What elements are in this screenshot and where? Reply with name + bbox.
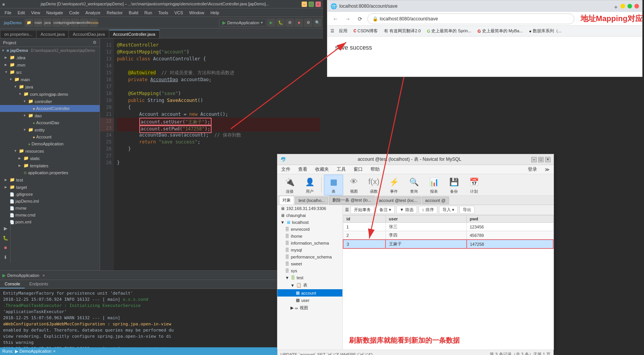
navicat-menu-view[interactable]: 查看 bbox=[294, 165, 311, 173]
col-id[interactable]: id bbox=[343, 215, 385, 223]
tree-japdemo-iml[interactable]: 📄 japDemo.iml bbox=[0, 198, 100, 205]
navicat-menu-tools[interactable]: 工具 bbox=[333, 165, 350, 173]
tree-src[interactable]: ▼ 📁 src bbox=[0, 68, 100, 76]
tree-target[interactable]: ▶ 📁 target bbox=[0, 183, 100, 191]
tool-function[interactable]: f(x) 函数 bbox=[365, 175, 383, 195]
tree-accountcontroller[interactable]: ● AccountController bbox=[0, 105, 100, 112]
run-config-name[interactable]: DemoApplication bbox=[7, 273, 39, 278]
navicat-maximize-btn[interactable]: □ bbox=[538, 157, 544, 162]
left-icon-scroll[interactable]: ⬇ bbox=[1, 253, 10, 262]
tree-gitignore[interactable]: 📄 .gitignore bbox=[0, 191, 100, 198]
tool-view[interactable]: 👁 视图 bbox=[345, 175, 363, 195]
nav-tree-info-schema[interactable]: 🗄 information_schema bbox=[277, 240, 342, 247]
navicat-menu-help[interactable]: 帮助 bbox=[367, 165, 384, 173]
build-btn[interactable]: ⚙ bbox=[285, 18, 294, 27]
toolbar-java-icon[interactable]: java bbox=[43, 18, 52, 27]
table-row-1[interactable]: 1 张三 123456 bbox=[343, 223, 553, 231]
navicat-menu-file[interactable]: 文件 bbox=[277, 165, 294, 173]
tree-demoapplication[interactable]: ● DemoApplication bbox=[0, 140, 100, 147]
export-btn[interactable]: 导出 bbox=[459, 206, 475, 214]
nav-tab-account-test[interactable]: account @test (loc... bbox=[375, 197, 421, 204]
navicat-menu-favorites[interactable]: 收藏夹 bbox=[311, 165, 333, 173]
browser-minimize-btn[interactable] bbox=[621, 4, 625, 8]
nav-tree-performance[interactable]: 🗄 performance_schema bbox=[277, 253, 342, 260]
bookmark-spring[interactable]: G 史上最简单的 Sprin... bbox=[425, 27, 473, 35]
navicat-login[interactable]: 登录 bbox=[524, 165, 541, 173]
import-btn[interactable]: 导入 ▾ bbox=[439, 206, 458, 214]
bookmark-db[interactable]: ● 数据库系列（... bbox=[527, 27, 563, 35]
run-btn[interactable]: ▶ bbox=[267, 18, 275, 27]
tree-application-properties[interactable]: ⚙ application.properties bbox=[0, 169, 100, 176]
navicat-minimize-btn[interactable]: – bbox=[531, 157, 537, 162]
menu-tools[interactable]: Tools bbox=[155, 10, 171, 16]
bookmark-apply[interactable]: 应用 bbox=[337, 27, 349, 35]
menu-vcs[interactable]: VCS bbox=[171, 10, 186, 16]
close-btn[interactable]: × bbox=[315, 2, 321, 7]
tool-backup[interactable]: 💾 备份 bbox=[445, 175, 463, 195]
menu-help[interactable]: Help bbox=[207, 10, 222, 16]
tree-idea[interactable]: ▶ 📁 .idea bbox=[0, 54, 100, 61]
left-icon-debug[interactable]: 🐛 bbox=[1, 234, 10, 242]
menu-analyze[interactable]: Analyze bbox=[82, 10, 103, 16]
tab-accountdao-java[interactable]: AccountDao.java bbox=[69, 30, 109, 38]
bookmark-translate[interactable]: 有 有道网页翻译2.0 bbox=[382, 27, 422, 35]
close-run-icon[interactable]: × bbox=[42, 273, 45, 278]
left-icon-stop[interactable]: ■ bbox=[1, 243, 10, 252]
toolbar-menu-icon[interactable]: ☰ bbox=[345, 207, 349, 212]
tree-main[interactable]: ▼ 📁 main bbox=[0, 76, 100, 83]
nav-tree-envrecord[interactable]: 🗄 envrecord bbox=[277, 226, 342, 233]
browser-forward-btn[interactable]: → bbox=[343, 14, 353, 24]
navicat-menu-window[interactable]: 窗口 bbox=[350, 165, 367, 173]
tree-mvnw[interactable]: 📄 mvnw bbox=[0, 205, 100, 212]
console-output[interactable]: EntityManagerFactory for persistence uni… bbox=[0, 289, 323, 355]
tab-account-java[interactable]: Account.java bbox=[37, 30, 69, 38]
tool-report[interactable]: 📊 报表 bbox=[425, 175, 443, 195]
tab-accountcontroller-java[interactable]: AccountController.java bbox=[109, 30, 160, 38]
nav-tab-account[interactable]: account @ bbox=[422, 197, 449, 204]
tool-query[interactable]: 🔍 查询 bbox=[405, 175, 423, 195]
sidebar-tools-icon[interactable]: ⚙ bbox=[93, 40, 97, 45]
tab-endpoints[interactable]: Endpoints bbox=[25, 280, 53, 288]
col-user[interactable]: user bbox=[385, 215, 466, 223]
menu-view[interactable]: View bbox=[28, 10, 43, 16]
status-close-icon[interactable]: × bbox=[53, 349, 55, 353]
tool-schedule[interactable]: 📅 计划 bbox=[465, 175, 483, 195]
menu-file[interactable]: File bbox=[2, 10, 15, 16]
nav-tree-mysql[interactable]: 🗄 mysql bbox=[277, 247, 342, 253]
browser-new-tab-btn[interactable]: + bbox=[614, 4, 618, 8]
filter-btn[interactable]: ▼ 筛选 bbox=[396, 206, 417, 214]
nav-tree-sys[interactable]: 🗄 sys bbox=[277, 267, 342, 274]
nav-tree-sweet[interactable]: 🗄 sweet bbox=[277, 260, 342, 267]
nav-tree-user-table[interactable]: ▦ user bbox=[277, 297, 342, 304]
nav-tree-ihome[interactable]: 🗄 ihome bbox=[277, 233, 342, 240]
tool-table[interactable]: ▦ 表 bbox=[324, 175, 343, 195]
toolbar-account-icon[interactable]: Accou bbox=[89, 18, 98, 27]
toolbar-controller-icon[interactable]: controller bbox=[80, 18, 88, 27]
browser-back-btn[interactable]: ← bbox=[330, 14, 340, 24]
menu-navigate[interactable]: Navigate bbox=[43, 10, 66, 16]
col-pwd[interactable]: pwd bbox=[467, 215, 554, 223]
nav-tree-192[interactable]: 🖥 192.168.31.149:3306 bbox=[277, 205, 342, 212]
tree-dao-folder[interactable]: ▼ 📁 dao bbox=[0, 112, 100, 119]
sort-btn[interactable]: ↕ 排序 bbox=[419, 206, 437, 214]
tree-pom-xml[interactable]: 📄 pom.xml bbox=[0, 218, 100, 225]
nav-tree-views[interactable]: ▶ ∞ 视图 bbox=[277, 304, 342, 312]
navicat-expand-icon[interactable]: ≫ bbox=[541, 166, 554, 173]
tool-user[interactable]: 👤 用户 bbox=[300, 175, 319, 195]
tree-mvn[interactable]: ▶ 📁 .mvn bbox=[0, 61, 100, 68]
tree-japdemo[interactable]: ▼ ■ japDemo D:\workspace\IJ_workspace\ja… bbox=[0, 47, 100, 54]
tree-account-entity[interactable]: ● Account bbox=[0, 133, 100, 140]
table-row-3[interactable]: 3 王麻子 147258 bbox=[343, 240, 553, 248]
tree-accountdao[interactable]: ● AccountDao bbox=[0, 119, 100, 126]
search-btn[interactable]: 🔍 bbox=[313, 18, 322, 27]
nav-table-container[interactable]: id user pwd 1 张三 123456 2 李四 bbox=[343, 215, 554, 331]
tool-event[interactable]: ⚡ 事件 bbox=[385, 175, 403, 195]
tree-entity-folder[interactable]: ▼ 📁 entity bbox=[0, 126, 100, 133]
tree-test[interactable]: ▶ 📁 test bbox=[0, 176, 100, 183]
browser-address-bar[interactable]: 🔒 localhost:8080/account/save bbox=[367, 13, 574, 24]
browser-refresh-btn[interactable]: ⟳ bbox=[355, 14, 365, 24]
menu-build[interactable]: Build bbox=[126, 10, 141, 16]
minimize-btn[interactable]: – bbox=[302, 2, 307, 7]
debug-btn[interactable]: 🐛 bbox=[276, 18, 285, 27]
tree-com-springjap[interactable]: ▼ 📁 com.springjap.demo bbox=[0, 90, 100, 98]
